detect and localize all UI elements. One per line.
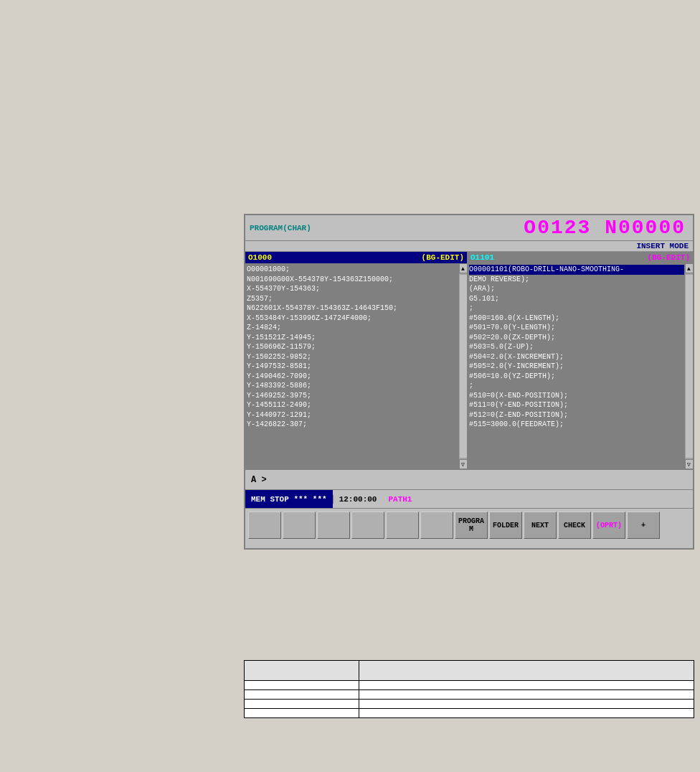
left-panel: O1000 (BG-EDIT) O00001000; N001690G00X-5…: [245, 252, 468, 469]
right-scroll-down[interactable]: ▽: [685, 459, 694, 469]
left-scroll-down[interactable]: ▽: [459, 459, 468, 469]
table-row-2-col2: [359, 690, 694, 700]
fkey-4[interactable]: [351, 512, 384, 539]
a-prompt: A >: [251, 475, 267, 485]
right-panel-title: O1101: [470, 253, 494, 262]
left-panel-titlebar: O1000 (BG-EDIT): [245, 252, 467, 263]
right-code-area[interactable]: O00001101(ROBO-DRILL-NANO-SMOOTHING- DEM…: [468, 263, 693, 469]
insert-mode-bar: INSERT MODE: [245, 241, 693, 252]
left-scrollbar[interactable]: ▲ ▽: [458, 263, 467, 469]
time-display: 12:00:00: [333, 495, 383, 504]
right-scroll-thumb: [686, 275, 693, 458]
panels-row: O1000 (BG-EDIT) O00001000; N001690G00X-5…: [245, 252, 693, 470]
right-scrollbar[interactable]: ▲ ▽: [684, 263, 693, 469]
right-panel: O1101 (BG-EDIT) O00001101(ROBO-DRILL-NAN…: [468, 252, 693, 469]
right-scroll-up[interactable]: ▲: [685, 263, 694, 273]
info-bar: MEM STOP *** *** 12:00:00 PATH1: [245, 490, 693, 509]
bottom-table: [244, 660, 694, 718]
right-code-text: O00001101(ROBO-DRILL-NANO-SMOOTHING- DEM…: [469, 265, 691, 430]
table-header-col2: [359, 661, 694, 681]
table-row-3-col2: [359, 700, 694, 709]
left-scroll-up[interactable]: ▲: [459, 263, 468, 273]
fkey-program[interactable]: PROGRAM: [455, 512, 488, 539]
fkey-next[interactable]: NEXT: [524, 512, 557, 539]
program-number: O0123 N00000: [311, 217, 689, 239]
mem-stop-display: MEM STOP *** ***: [245, 490, 333, 508]
left-code-text: O00001000; N001690G00X-554378Y-154363Z15…: [247, 265, 465, 430]
insert-mode-label: INSERT MODE: [636, 242, 689, 250]
right-panel-titlebar: O1101 (BG-EDIT): [468, 252, 693, 263]
left-code-area[interactable]: O00001000; N001690G00X-554378Y-154363Z15…: [245, 263, 467, 469]
left-scroll-thumb: [460, 275, 467, 458]
table-row-2-col1: [245, 690, 359, 700]
table-row-4-col1: [245, 709, 359, 718]
cnc-panel: PROGRAM(CHAR) O0123 N00000 INSERT MODE O…: [244, 214, 694, 550]
fkey-bar: PROGRAM FOLDER NEXT CHECK (OPRT) +: [245, 509, 693, 542]
fkey-6[interactable]: [420, 512, 453, 539]
fkey-1[interactable]: [248, 512, 281, 539]
fkey-2[interactable]: [283, 512, 316, 539]
fkey-plus[interactable]: +: [627, 512, 660, 539]
fkey-3[interactable]: [317, 512, 350, 539]
right-panel-bg-edit: (BG-EDIT): [648, 253, 690, 262]
table-row-3-col1: [245, 700, 359, 709]
left-panel-bg-edit: (BG-EDIT): [422, 253, 464, 262]
status-row: A >: [245, 470, 693, 490]
fkey-oprt[interactable]: (OPRT): [592, 512, 625, 539]
table-row-1-col1: [245, 681, 359, 690]
table-header-col1: [245, 661, 359, 681]
fkey-check[interactable]: CHECK: [558, 512, 591, 539]
fkey-5[interactable]: [386, 512, 419, 539]
left-panel-title: O1000: [248, 253, 272, 262]
path-display: PATH1: [382, 495, 417, 504]
fkey-folder[interactable]: FOLDER: [489, 512, 522, 539]
table-row-1-col2: [359, 681, 694, 690]
table-row-4-col2: [359, 709, 694, 718]
program-char-label: PROGRAM(CHAR): [250, 224, 311, 232]
cnc-header: PROGRAM(CHAR) O0123 N00000: [245, 215, 693, 241]
